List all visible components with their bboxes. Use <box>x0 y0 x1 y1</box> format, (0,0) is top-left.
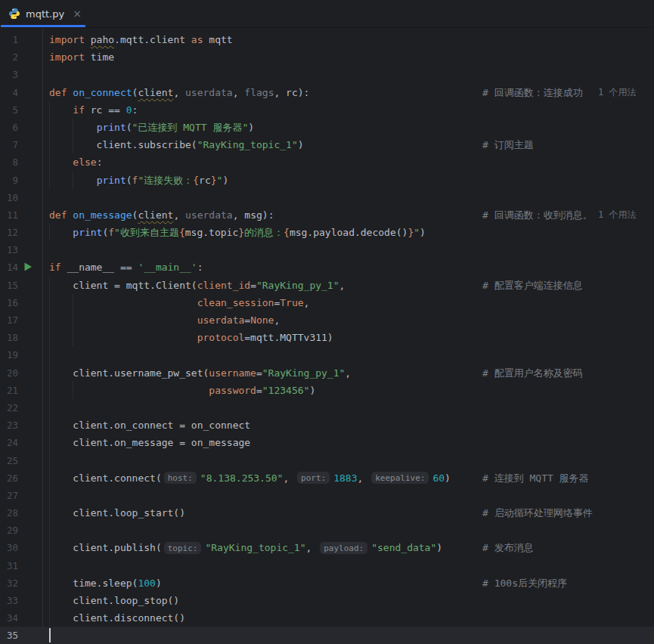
python-file-icon <box>8 8 20 20</box>
line-number[interactable]: 33 <box>0 592 18 609</box>
token: import <box>49 51 85 63</box>
line-number[interactable]: 7 <box>0 136 18 153</box>
code-line[interactable]: 7 client.subscribe("RayKing_topic_1")# 订… <box>0 136 654 153</box>
code-line[interactable]: 17 userdata=None, <box>0 311 654 329</box>
code-text: print(f"连接失败：{rc}") <box>49 175 228 186</box>
parameter-inlay-hint[interactable]: host: <box>164 472 197 484</box>
line-number[interactable]: 2 <box>0 48 18 66</box>
token: import <box>49 34 85 45</box>
tab-mqtt-py[interactable]: mqtt.py × <box>0 0 91 27</box>
line-number[interactable]: 22 <box>0 399 18 416</box>
usages-code-vision-hint[interactable]: 1 个用法 <box>598 84 636 101</box>
token: { <box>179 227 185 238</box>
line-number[interactable]: 26 <box>0 469 18 487</box>
parameter-inlay-hint[interactable]: keepalive: <box>371 472 429 484</box>
code-line[interactable]: 32 time.sleep(100)# 100s后关闭程序 <box>0 574 654 592</box>
parameter-inlay-hint[interactable]: topic: <box>164 542 202 554</box>
line-number[interactable]: 11 <box>0 206 18 224</box>
token: ) <box>298 139 304 150</box>
code-line[interactable]: 4def on_connect(client, userdata, flags,… <box>0 84 654 101</box>
run-button[interactable] <box>23 262 33 272</box>
parameter-inlay-hint[interactable]: port: <box>297 472 330 484</box>
code-line[interactable]: 30 client.publish(topic:"RayKing_topic_1… <box>0 539 654 556</box>
code-line[interactable]: 6 print("已连接到 MQTT 服务器") <box>0 119 654 136</box>
token: clean_session <box>197 297 274 308</box>
line-number[interactable]: 29 <box>0 522 18 539</box>
line-number[interactable]: 28 <box>0 504 18 522</box>
usages-code-vision-hint[interactable]: 1 个用法 <box>598 206 636 224</box>
code-line[interactable]: 29 <box>0 522 654 539</box>
line-number[interactable]: 16 <box>0 294 18 311</box>
line-number[interactable]: 10 <box>0 189 18 206</box>
line-number[interactable]: 19 <box>0 346 18 364</box>
code-line[interactable]: 34 client.disconnect() <box>0 609 654 627</box>
line-number[interactable]: 12 <box>0 224 18 241</box>
code-lines: 1import paho.mqtt.client as mqtt2import … <box>0 31 654 644</box>
code-line[interactable]: 20 client.username_pw_set(username="RayK… <box>0 364 654 382</box>
code-line[interactable]: 22 <box>0 399 654 416</box>
line-number[interactable]: 27 <box>0 487 18 504</box>
line-number[interactable]: 13 <box>0 241 18 259</box>
token: password <box>209 385 256 396</box>
code-line[interactable]: 14if __name__ == '__main__': <box>0 259 654 276</box>
line-number[interactable]: 1 <box>0 31 18 48</box>
line-number[interactable]: 31 <box>0 557 18 574</box>
code-line[interactable]: 33 client.loop_stop() <box>0 592 654 609</box>
code-line[interactable]: 9 print(f"连接失败：{rc}") <box>0 172 654 189</box>
code-line[interactable]: 16 clean_session=True, <box>0 294 654 311</box>
line-number[interactable]: 9 <box>0 172 18 189</box>
code-line[interactable]: 11def on_message(client, userdata, msg):… <box>0 206 654 224</box>
token <box>49 156 73 168</box>
line-number[interactable]: 24 <box>0 434 18 451</box>
code-line[interactable]: 35 <box>0 627 654 644</box>
token: , <box>304 297 310 308</box>
line-number[interactable]: 8 <box>0 153 18 171</box>
line-number[interactable]: 23 <box>0 416 18 434</box>
code-line[interactable]: 18 protocol=mqtt.MQTTv311) <box>0 329 654 346</box>
code-line[interactable]: 3 <box>0 66 654 83</box>
code-line[interactable]: 25 <box>0 452 654 469</box>
line-number[interactable]: 15 <box>0 277 18 294</box>
code-line[interactable]: 19 <box>0 346 654 364</box>
line-number[interactable]: 6 <box>0 119 18 136</box>
line-number[interactable]: 34 <box>0 609 18 627</box>
code-line[interactable]: 21 password="123456") <box>0 382 654 399</box>
line-number[interactable]: 5 <box>0 101 18 119</box>
parameter-inlay-hint[interactable]: payload: <box>320 542 367 554</box>
code-line[interactable]: 23 client.on_connect = on_connect <box>0 416 654 434</box>
code-line[interactable]: 28 client.loop_start()# 启动循环处理网络事件 <box>0 504 654 522</box>
tab-close-icon[interactable]: × <box>73 8 82 19</box>
code-line[interactable]: 15 client = mqtt.Client(client_id="RayKi… <box>0 277 654 294</box>
line-number[interactable]: 3 <box>0 66 18 83</box>
code-line[interactable]: 5 if rc == 0: <box>0 101 654 119</box>
token: "RayKing_topic_1" <box>205 542 305 553</box>
line-number[interactable]: 20 <box>0 364 18 382</box>
line-number[interactable]: 14 <box>0 259 18 276</box>
line-number[interactable]: 21 <box>0 382 18 399</box>
code-line[interactable]: 27 <box>0 487 654 504</box>
token <box>49 314 197 326</box>
code-line[interactable]: 26 client.connect(host:"8.138.253.50", p… <box>0 469 654 487</box>
code-line[interactable]: 13 <box>0 241 654 259</box>
code-comment: # 配置客户端连接信息 <box>482 277 583 294</box>
code-line[interactable]: 12 print(f"收到来自主题{msg.topic}的消息：{msg.pay… <box>0 224 654 241</box>
token: flags <box>244 87 274 98</box>
code-line[interactable]: 2import time <box>0 48 654 66</box>
line-number[interactable]: 32 <box>0 574 18 592</box>
line-number[interactable]: 18 <box>0 329 18 346</box>
editor-area[interactable]: 1import paho.mqtt.client as mqtt2import … <box>0 28 654 644</box>
line-number[interactable]: 17 <box>0 311 18 329</box>
code-line[interactable]: 1import paho.mqtt.client as mqtt <box>0 31 654 48</box>
line-number[interactable]: 25 <box>0 452 18 469</box>
code-line[interactable]: 24 client.on_message = on_message <box>0 434 654 451</box>
token: print <box>73 227 102 238</box>
indent-guide <box>49 557 50 574</box>
line-number[interactable]: 35 <box>0 627 18 644</box>
line-number[interactable]: 30 <box>0 539 18 556</box>
token: client_id <box>197 280 250 291</box>
line-number[interactable]: 4 <box>0 84 18 101</box>
code-line[interactable]: 31 <box>0 557 654 574</box>
code-line[interactable]: 8 else: <box>0 153 654 171</box>
code-line[interactable]: 10 <box>0 189 654 206</box>
ide-window: mqtt.py × 1import paho.mqtt.client as mq… <box>0 0 654 644</box>
